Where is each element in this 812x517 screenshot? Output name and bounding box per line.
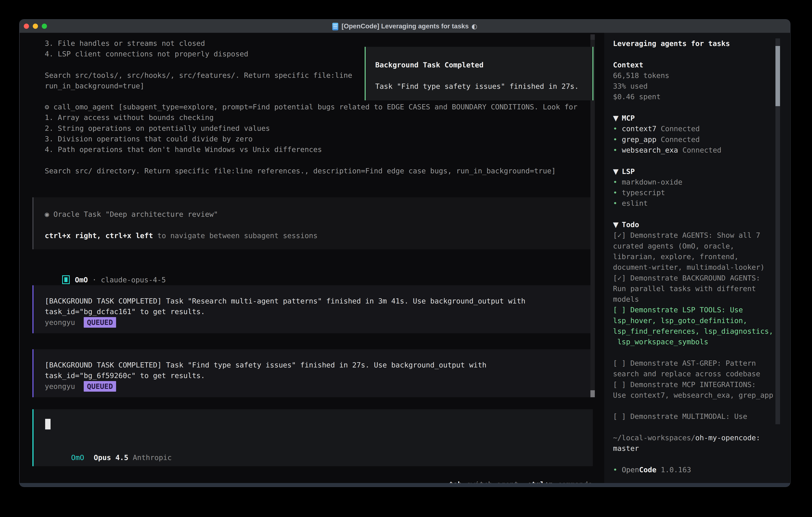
close-button[interactable]: [24, 24, 29, 29]
input-provider-label: Anthropic: [133, 454, 172, 462]
half-moon-icon: ◐: [471, 22, 477, 30]
lsp-item: •typescript: [613, 187, 767, 198]
record-icon: ◉: [45, 210, 49, 218]
todo-item-line: Run parallel tasks with different: [613, 283, 767, 294]
mcp-item: •websearch_exa Connected: [613, 145, 767, 155]
input-model-label[interactable]: Opus 4.5: [94, 454, 128, 462]
tool-call-item: 2. String operations on potentially unde…: [45, 123, 577, 134]
task-message-line: [BACKGROUND TASK COMPLETED] Task "Find t…: [45, 360, 593, 370]
todo-item-line: curated agents (OmO, oracle,: [613, 241, 767, 251]
tool-call-item: 4. Path operations that don't handle Win…: [45, 144, 577, 155]
scrollback-line: 4. LSP client connections not properly d…: [45, 49, 352, 59]
agent-name: OmO: [75, 276, 88, 284]
todo-item-line-active: lsp_workspace_symbols: [613, 336, 767, 347]
gear-icon: ⚙: [45, 103, 49, 111]
window-bottom-edge: [20, 483, 790, 487]
status-dot-icon: •: [613, 177, 622, 187]
background-task-message[interactable]: [BACKGROUND TASK COMPLETED] Task "Resear…: [32, 285, 593, 333]
document-icon: [332, 23, 338, 30]
maximize-button[interactable]: [42, 24, 47, 29]
tool-call-item: 1. Array access without bounds checking: [45, 112, 577, 123]
task-message-line: [BACKGROUND TASK COMPLETED] Task "Resear…: [45, 296, 593, 306]
todo-item-line: [ ] Demonstrate MULTIMODAL: Use: [613, 411, 767, 421]
git-branch: master: [613, 443, 767, 454]
lsp-item: •markdown-oxide: [613, 177, 767, 187]
chevron-down-icon: ▼: [613, 219, 622, 230]
minimize-button[interactable]: [33, 24, 38, 29]
scrollback-line: 3. File handles or streams not closed: [45, 38, 352, 49]
todo-item-line: [ ] Demonstrate MCP INTEGRATIONS:: [613, 379, 767, 390]
status-dot-icon: •: [613, 464, 622, 475]
keybinding-hint-text: to navigate between subagent sessions: [153, 232, 318, 240]
mcp-section-header[interactable]: ▼MCP: [613, 113, 767, 124]
tool-call-head: call_omo_agent [subagent_type=explore, p…: [53, 103, 577, 111]
mcp-item: •grep_app Connected: [613, 134, 767, 145]
status-dot-icon: •: [613, 145, 622, 155]
text-cursor: [45, 419, 51, 430]
todo-item-line: search and replace across codebase: [613, 369, 767, 379]
task-user: yeongyu: [45, 382, 75, 390]
agent-checkbox-icon: [62, 275, 70, 284]
terminal-window: [OpenCode] Leveraging agents for tasks ◐…: [19, 19, 790, 487]
background-task-message[interactable]: [BACKGROUND TASK COMPLETED] Task "Find t…: [32, 349, 593, 397]
workspace-path: ~/local-workspaces/oh-my-opencode:: [613, 432, 767, 443]
input-agent-label[interactable]: OmO: [71, 454, 84, 462]
todo-item-line-active: lsp_find_references, lsp_diagnostics,: [613, 326, 767, 336]
chevron-down-icon: ▼: [613, 113, 622, 124]
context-tokens: 66,518 tokens: [613, 70, 767, 81]
sidebar: Leveraging agents for tasks Context 66,5…: [604, 33, 789, 483]
scrollback-line: run_in_background=true]: [45, 81, 352, 91]
agent-model: claude-opus-4-5: [101, 276, 166, 284]
status-dot-icon: •: [613, 134, 622, 145]
status-dot-icon: •: [613, 124, 622, 134]
context-spent: $0.46 spent: [613, 91, 767, 102]
scrollback-text: 3. File handles or streams not closed 4.…: [45, 38, 352, 91]
status-badge: QUEUED: [84, 381, 116, 392]
oracle-task-title: Oracle Task "Deep architecture review": [53, 210, 218, 218]
status-dot-icon: •: [613, 198, 622, 209]
statusbar-right: tabswitch agentctrl+pcommands: [20, 468, 592, 479]
todo-item-line: Use context7, websearch_exa, grep_app: [613, 390, 767, 401]
todo-item-line: [✓] Demonstrate BACKGROUND AGENTS:: [613, 273, 767, 283]
lsp-item: •eslint: [613, 198, 767, 209]
titlebar: [OpenCode] Leveraging agents for tasks ◐: [20, 20, 790, 33]
todo-item-line-active: [ ] Demonstrate LSP TOOLS: Use: [613, 304, 767, 315]
task-user: yeongyu: [45, 318, 75, 326]
sidebar-scrollbar-thumb[interactable]: [776, 46, 780, 106]
tool-call-item: 3. Division operations that could divide…: [45, 134, 577, 144]
main-scrollbar-cap: [590, 34, 595, 40]
toast-title: Background Task Completed: [375, 60, 592, 70]
todo-item-line-active: lsp_hover, lsp_goto_definition,: [613, 315, 767, 326]
session-title: Leveraging agents for tasks: [613, 38, 767, 49]
context-used: 33% used: [613, 81, 767, 91]
tool-call-tail: Search src/ directory. Return specific f…: [45, 166, 577, 176]
toast-notification[interactable]: Background Task Completed Task "Find typ…: [365, 47, 593, 100]
agent-header: OmO · claude-opus-4-5: [45, 264, 166, 274]
status-badge: QUEUED: [84, 317, 116, 328]
window-title: [OpenCode] Leveraging agents for tasks: [342, 22, 468, 30]
todo-item-line: document-writer, multimodal-looker): [613, 262, 767, 272]
status-dot-icon: •: [613, 187, 622, 198]
prompt-input[interactable]: OmOOpus 4.5Anthropic: [32, 409, 593, 466]
todo-item-line: [✓] Demonstrate AGENTS: Show all 7: [613, 230, 767, 241]
task-message-line: task_id="bg_dcfac161" to get results.: [45, 306, 593, 317]
scrollback-line: Search src/tools/, src/hooks/, src/featu…: [45, 70, 352, 81]
main-scrollbar-thumb[interactable]: [590, 390, 595, 397]
lsp-section-header[interactable]: ▼LSP: [613, 166, 767, 177]
todo-section-header[interactable]: ▼Todo: [613, 219, 767, 230]
app-version: •OpenCode 1.0.163: [613, 464, 767, 475]
todo-item-line: librarian, explore, frontend,: [613, 251, 767, 262]
oracle-task-card[interactable]: ◉ Oracle Task "Deep architecture review"…: [32, 197, 593, 249]
toast-body: Task "Find type safety issues" finished …: [375, 81, 592, 91]
context-heading: Context: [613, 60, 767, 70]
mcp-item: •context7 Connected: [613, 124, 767, 134]
todo-item-line: models: [613, 294, 767, 304]
tool-call-output: ⚙ call_omo_agent [subagent_type=explore,…: [45, 102, 577, 176]
keybinding-hint: ctrl+x right, ctrl+x left: [45, 232, 153, 240]
task-message-line: task_id="bg_6f59260c" to get results.: [45, 370, 593, 381]
todo-item-line: [ ] Demonstrate AST-GREP: Pattern: [613, 358, 767, 369]
chevron-down-icon: ▼: [613, 166, 622, 177]
